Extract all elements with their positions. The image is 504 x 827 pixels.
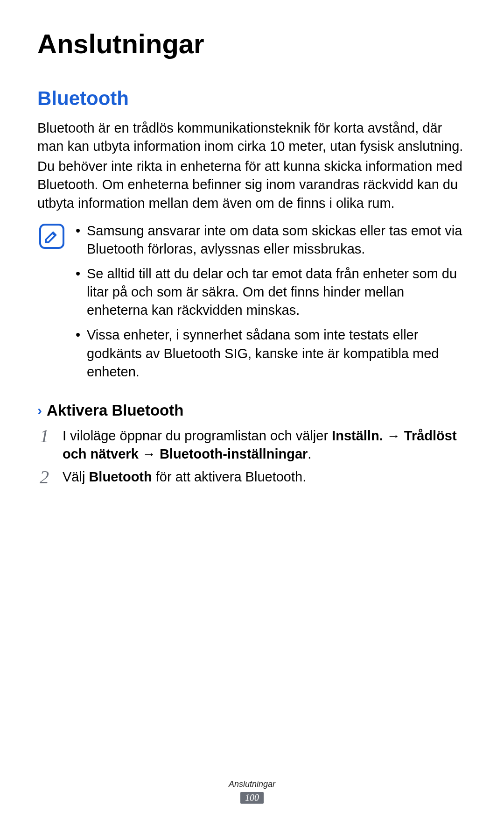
note-box: Samsung ansvarar inte om data som skicka… [37, 222, 467, 388]
step-suffix: för att aktivera Bluetooth. [152, 469, 306, 484]
page-container: Anslutningar Bluetooth Bluetooth är en t… [0, 0, 504, 510]
footer-section-name: Anslutningar [0, 779, 504, 789]
step-prefix: I viloläge öppnar du programlistan och v… [63, 428, 332, 443]
step-1: 1 I viloläge öppnar du programlistan och… [37, 427, 467, 463]
page-footer: Anslutningar 100 [0, 779, 504, 804]
main-title: Anslutningar [37, 28, 467, 59]
step-number: 2 [37, 468, 51, 487]
paragraph-2: Du behöver inte rikta in enheterna för a… [37, 157, 467, 212]
step-prefix: Välj [63, 469, 89, 484]
step-period: . [308, 446, 311, 461]
chevron-right-icon: › [37, 403, 42, 417]
page-number: 100 [240, 792, 264, 804]
step-text: I viloläge öppnar du programlistan och v… [63, 427, 467, 463]
step-text: Välj Bluetooth för att aktivera Bluetoot… [63, 468, 306, 486]
step-number: 1 [37, 427, 51, 445]
subsection-title: Aktivera Bluetooth [47, 402, 183, 419]
section-title: Bluetooth [37, 87, 467, 110]
step-bold: Inställn. [332, 428, 383, 443]
note-item: Samsung ansvarar inte om data som skicka… [73, 222, 467, 258]
step-bold: Bluetooth [89, 469, 152, 484]
arrow-text: → [139, 446, 160, 461]
step-2: 2 Välj Bluetooth för att aktivera Blueto… [37, 468, 467, 487]
step-bold: Bluetooth-inställningar [160, 446, 308, 461]
note-list: Samsung ansvarar inte om data som skicka… [73, 222, 467, 388]
arrow-text: → [383, 428, 404, 443]
note-item: Vissa enheter, i synnerhet sådana som in… [73, 326, 467, 381]
note-icon [39, 224, 64, 249]
paragraph-1: Bluetooth är en trådlös kommunikationste… [37, 119, 467, 156]
note-item: Se alltid till att du delar och tar emot… [73, 265, 467, 319]
subsection-header: › Aktivera Bluetooth [37, 402, 467, 419]
